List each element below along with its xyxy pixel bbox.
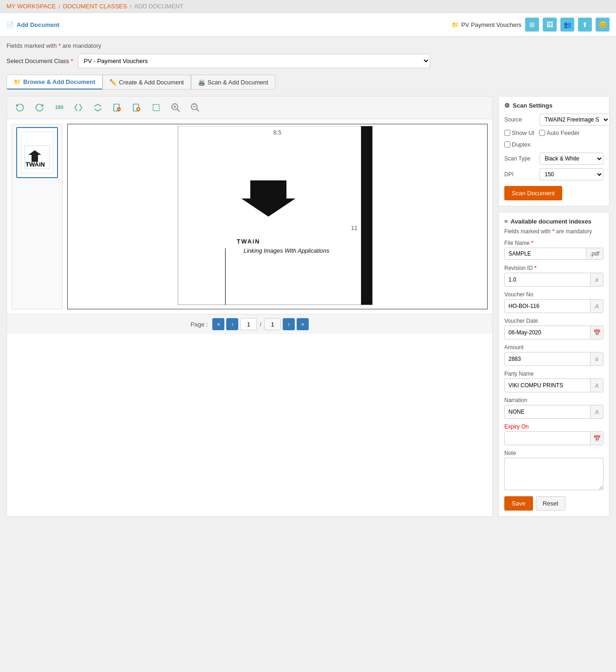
source-select[interactable]: TWAIN2 FreeImage S [540, 114, 610, 126]
voucher-no-label: Voucher No [504, 291, 603, 298]
svg-rect-8 [153, 104, 159, 110]
remove-all-button[interactable] [128, 100, 145, 115]
expiry-on-input[interactable] [505, 433, 590, 444]
scan-settings-title: ⚙ Scan Settings [504, 102, 603, 109]
flip-horizontal-button[interactable] [70, 100, 87, 115]
reset-button[interactable]: Reset [536, 496, 565, 511]
auto-feeder-checkbox[interactable] [539, 130, 545, 136]
flip-vertical-button[interactable] [89, 100, 106, 115]
breadcrumb-add-document: ADD DOCUMENT [134, 3, 183, 10]
gear-icon: ⚙ [504, 102, 510, 109]
crop-button[interactable] [148, 100, 165, 115]
pagination-bar: Page : « ‹ / › » [7, 314, 492, 334]
voucher-date-input-group: 📅 [504, 326, 603, 339]
header-actions: 📁 PV Payment Vouchers ⊞ 🖼 👥 ⬆ 😊 [451, 18, 610, 32]
duplex-label[interactable]: Duplex [504, 141, 530, 148]
text-icon-voucher: A [590, 300, 603, 313]
content-area: 180° [6, 96, 610, 517]
file-name-input-group: .pdf [504, 248, 603, 260]
dpi-label: DPI [504, 171, 537, 178]
next-page-button[interactable]: › [283, 318, 295, 330]
doc-area: TWAiN [7, 119, 492, 314]
grid-view-button[interactable]: ⊞ [525, 18, 539, 32]
browse-icon: 📁 [13, 78, 21, 85]
revision-id-label: Revision ID * [504, 264, 603, 271]
svg-text:11: 11 [351, 225, 357, 231]
calendar-icon-expiry[interactable]: 📅 [590, 432, 603, 445]
party-name-input[interactable] [505, 380, 590, 391]
mandatory-note: Fields marked with * are mandatory [6, 42, 610, 49]
document-class-select[interactable]: PV - Payment Vouchers [78, 54, 430, 68]
upload-button[interactable]: ⬆ [578, 18, 592, 32]
prev-page-button[interactable]: ‹ [226, 318, 238, 330]
svg-text:Linking Images With Applicatio: Linking Images With Applications [243, 248, 330, 254]
scan-settings-card: ⚙ Scan Settings Source TWAIN2 FreeImage … [498, 96, 610, 206]
page-label: Page : [191, 321, 208, 328]
text-icon-narration: A [590, 405, 603, 418]
page-current-input[interactable] [240, 318, 257, 330]
breadcrumb-document-classes[interactable]: DOCUMENT CLASSES [63, 3, 127, 10]
scan-type-select[interactable]: Black & White Color Grayscale [540, 153, 603, 165]
first-page-button[interactable]: « [212, 318, 224, 330]
duplex-checkbox[interactable] [504, 141, 510, 147]
thumbnail-item[interactable]: TWAiN [16, 127, 58, 178]
users-button[interactable]: 👥 [560, 18, 574, 32]
voucher-date-field: Voucher Date 📅 [504, 318, 603, 339]
svg-line-10 [177, 109, 180, 112]
scan-type-row: Scan Type Black & White Color Grayscale [504, 153, 603, 165]
note-label: Note [504, 450, 603, 456]
show-ui-label[interactable]: Show UI [504, 129, 534, 136]
hash-icon: # [590, 273, 603, 286]
breadcrumb-my-workspace[interactable]: MY WORKSPACE [6, 3, 56, 10]
right-panel: ⚙ Scan Settings Source TWAIN2 FreeImage … [498, 96, 610, 517]
file-name-field: File Name * .pdf [504, 239, 603, 260]
last-page-button[interactable]: » [297, 318, 309, 330]
expiry-on-field: Expiry On 📅 [504, 423, 603, 445]
narration-input[interactable] [505, 406, 590, 417]
main-content: Fields marked with * are mandatory Selec… [0, 37, 616, 522]
save-button[interactable]: Save [504, 496, 533, 511]
tab-create-add[interactable]: ✏️ Create & Add Document [102, 75, 191, 90]
narration-field: Narration A [504, 397, 603, 419]
amount-input[interactable] [505, 353, 590, 365]
dpi-select[interactable]: 75 100 150 200 300 600 [540, 168, 603, 180]
zoom-in-button[interactable] [167, 100, 184, 115]
voucher-date-input[interactable] [505, 327, 590, 338]
amount-label: Amount [504, 344, 603, 351]
breadcrumb: MY WORKSPACE / DOCUMENT CLASSES / ADD DO… [0, 0, 616, 13]
text-icon-party: A [590, 379, 603, 392]
note-field: Note [504, 450, 603, 492]
note-textarea[interactable] [504, 458, 603, 490]
voucher-no-input[interactable] [505, 301, 590, 312]
narration-label: Narration [504, 397, 603, 403]
tab-browse-add[interactable]: 📁 Browse & Add Document [6, 75, 102, 90]
page-title: Add Document [17, 21, 59, 28]
dpi-row: DPI 75 100 150 200 300 600 [504, 168, 603, 180]
folder-icon: 📁 [451, 21, 459, 28]
zoom-out-button[interactable] [187, 100, 203, 115]
rotate-left-button[interactable] [12, 100, 28, 115]
svg-text:180°: 180° [55, 104, 64, 110]
revision-id-input[interactable] [505, 274, 590, 285]
voucher-date-label: Voucher Date [504, 318, 603, 324]
more-button[interactable]: 😊 [596, 18, 610, 32]
rotate-180-button[interactable]: 180° [51, 100, 67, 115]
file-name-input[interactable] [505, 248, 586, 259]
expiry-on-input-group: 📅 [504, 431, 603, 445]
create-icon: ✏️ [109, 79, 117, 86]
party-name-input-group: A [504, 378, 603, 392]
voucher-no-field: Voucher No A [504, 291, 603, 313]
page-sep: / [260, 321, 261, 328]
rotate-right-button[interactable] [31, 100, 48, 115]
image-view-button[interactable]: 🖼 [543, 18, 557, 32]
delete-page-button[interactable] [109, 100, 126, 115]
calendar-icon-voucher[interactable]: 📅 [590, 326, 603, 339]
scan-document-button[interactable]: Scan Document [504, 186, 562, 200]
auto-feeder-label[interactable]: Auto Feeder [539, 129, 580, 136]
list-icon: ≡ [504, 218, 508, 225]
pv-label: 📁 PV Payment Vouchers [451, 21, 521, 28]
tab-scan-add[interactable]: 🖨️ Scan & Add Document [191, 75, 275, 90]
svg-rect-20 [178, 126, 372, 305]
show-ui-checkbox[interactable] [504, 130, 510, 136]
narration-input-group: A [504, 405, 603, 419]
